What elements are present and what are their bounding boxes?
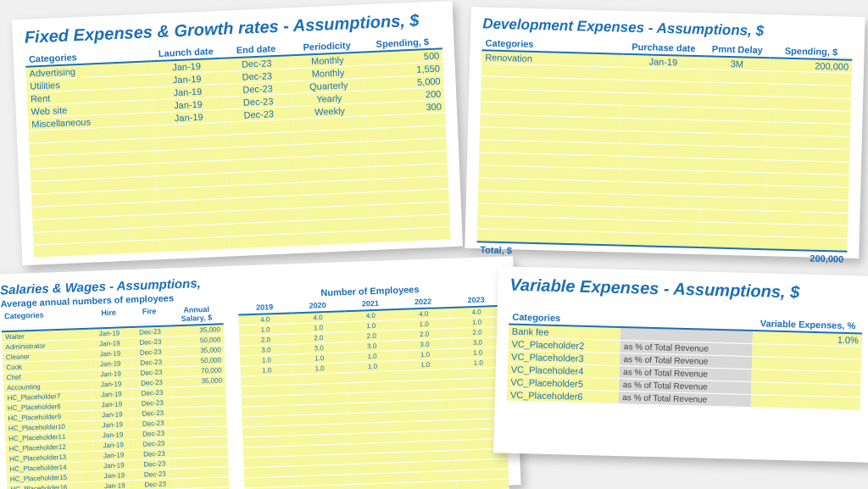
cell[interactable] — [403, 481, 457, 489]
sal-col-1: Hire — [88, 306, 130, 329]
cell[interactable] — [350, 482, 403, 489]
cell[interactable]: Jan-19 — [94, 480, 135, 489]
sal-col-2: Fire — [129, 304, 170, 327]
var-table: CategoriesVariable Expenses, %Bank fee1.… — [507, 310, 863, 411]
cell[interactable] — [751, 395, 860, 410]
salaries-card: Salaries & Wages - Assumptions, Average … — [0, 256, 521, 489]
sal-col-3: Annual Salary, $ — [170, 303, 224, 325]
var-title: Variable Expenses - Assumptions, $ — [509, 275, 863, 304]
cell[interactable] — [229, 233, 299, 249]
dev-total-value: 200,000 — [765, 249, 848, 266]
fixed-expenses-card: Fixed Expenses & Growth rates - Assumpti… — [12, 1, 463, 265]
variable-expenses-card: Variable Expenses - Assumptions, $ Categ… — [493, 266, 868, 463]
cell[interactable] — [159, 236, 230, 253]
cell[interactable] — [456, 479, 509, 489]
dev-expenses-card: Development Expenses - Assumptions, $ Ca… — [465, 7, 865, 258]
dev-table: CategoriesPurchase datePmnt DelaySpendin… — [476, 36, 853, 265]
fixed-table: CategoriesLaunch dateEnd datePeriodicity… — [25, 34, 451, 258]
cell[interactable] — [371, 227, 451, 243]
sal-left-table: CategoriesHireFireAnnual Salary, $Waiter… — [1, 303, 231, 489]
cell[interactable] — [299, 231, 372, 247]
sal-col-0: Categories — [1, 308, 89, 332]
sal-right-table: 201920202021202220234.04.04.04.04.01.01.… — [238, 293, 510, 489]
cell[interactable]: Dec-23 — [135, 479, 175, 489]
cell[interactable]: VC_Placeholder6 — [507, 388, 620, 403]
dev-col-2: Pmnt Delay — [704, 42, 770, 58]
basis-cell[interactable]: as % of Total Revenue — [619, 391, 751, 407]
